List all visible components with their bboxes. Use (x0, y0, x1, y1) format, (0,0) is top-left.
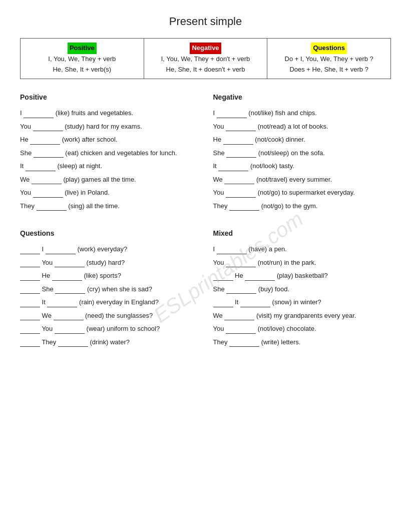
summary-positive: Positive I, You, We, They + verb He, She… (21, 39, 144, 79)
positive-section-title: Positive (20, 93, 198, 101)
positive-line2: He, She, It + verb(s) (27, 65, 138, 75)
summary-questions: Questions Do + I, You, We, They + verb ?… (267, 39, 390, 79)
blank[interactable] (217, 254, 247, 254)
blank[interactable] (240, 307, 270, 307)
summary-table: Positive I, You, We, They + verb He, She… (20, 38, 391, 79)
list-item: He (not/cook) dinner. (213, 135, 391, 145)
negative-line1: I, You, We, They + don't + verb (150, 54, 261, 65)
summary-negative: Negative I, You, We, They + don't + verb… (144, 39, 268, 79)
list-item: I (work) everyday? (20, 244, 198, 254)
blank[interactable] (223, 144, 253, 145)
list-item: She (buy) food. (213, 284, 391, 294)
list-item: We (need) the sunglasses? (20, 311, 198, 321)
blank[interactable] (37, 210, 67, 211)
list-item: We (not/travel) every summer. (213, 175, 391, 185)
blank[interactable] (226, 293, 256, 294)
blank[interactable] (229, 210, 259, 211)
blank[interactable] (30, 144, 60, 145)
blank[interactable] (20, 307, 40, 307)
blank[interactable] (229, 346, 259, 347)
list-item: You (not/read) a lot of books. (213, 122, 391, 132)
questions-label: Questions (311, 43, 347, 54)
blank[interactable] (224, 320, 254, 320)
blank[interactable] (47, 307, 77, 307)
negative-section: Negative I (not/like) fish and chips. Yo… (213, 93, 391, 214)
mixed-section: Mixed I (have) a pen. You (not/run) in t… (213, 229, 391, 350)
blank[interactable] (33, 197, 63, 198)
blank[interactable] (218, 171, 248, 171)
questions-line1: Do + I, You, We, They + verb ? (273, 54, 384, 65)
list-item: You (not/go) to supermarket everyday. (213, 188, 391, 198)
blank[interactable] (58, 346, 88, 347)
blank[interactable] (217, 118, 247, 118)
blank[interactable] (245, 280, 275, 281)
blank[interactable] (52, 280, 82, 281)
page-title: Present simple (20, 15, 391, 28)
positive-section: Positive I (like) fruits and vegetables.… (20, 93, 198, 214)
bottom-sections: Questions I (work) everyday? You (study)… (20, 229, 391, 350)
blank[interactable] (20, 293, 40, 294)
list-item: She (eat) chicken and vegetables for lun… (20, 148, 198, 158)
list-item: You (live) in Poland. (20, 188, 198, 198)
list-item: We (visit) my grandparents every year. (213, 311, 391, 321)
blank[interactable] (32, 184, 62, 184)
list-item: He (play) basketball? (213, 271, 391, 281)
list-item: They (not/go) to the gym. (213, 201, 391, 211)
list-item: They (drink) water? (20, 337, 198, 347)
blank[interactable] (24, 118, 54, 118)
negative-section-title: Negative (213, 93, 391, 101)
blank[interactable] (20, 267, 40, 267)
blank[interactable] (20, 320, 40, 320)
list-item: You (study) hard for my exams. (20, 122, 198, 132)
list-item: It (snow) in winter? (213, 297, 391, 307)
negative-line2: He, She, It + doesn't + verb (150, 65, 261, 75)
list-item: It (rain) everyday in England? (20, 297, 198, 307)
blank[interactable] (46, 254, 76, 254)
list-item: I (have) a pen. (213, 244, 391, 254)
list-item: You (not/love) chocolate. (213, 324, 391, 334)
questions-section: Questions I (work) everyday? You (study)… (20, 229, 198, 350)
blank[interactable] (55, 333, 85, 334)
blank[interactable] (20, 280, 40, 281)
blank[interactable] (54, 320, 84, 320)
mixed-section-title: Mixed (213, 229, 391, 237)
blank[interactable] (26, 171, 56, 171)
blank[interactable] (20, 346, 40, 347)
positive-line1: I, You, We, They + verb (27, 54, 138, 65)
questions-line2: Does + He, She, It + verb ? (273, 65, 384, 75)
list-item: It (not/look) tasty. (213, 161, 391, 171)
blank[interactable] (226, 267, 256, 267)
list-item: We (play) games all the time. (20, 175, 198, 185)
negative-label: Negative (190, 43, 221, 54)
list-item: You (not/run) in the park. (213, 258, 391, 268)
list-item: He (like) sports? (20, 271, 198, 281)
blank[interactable] (226, 197, 256, 198)
top-sections: Positive I (like) fruits and vegetables.… (20, 93, 391, 214)
list-item: They (sing) all the time. (20, 201, 198, 211)
blank[interactable] (20, 333, 40, 334)
blank[interactable] (34, 157, 64, 158)
questions-section-title: Questions (20, 229, 198, 237)
list-item: It (sleep) at night. (20, 161, 198, 171)
blank[interactable] (55, 293, 85, 294)
blank[interactable] (226, 333, 256, 334)
list-item: I (not/like) fish and chips. (213, 108, 391, 118)
list-item: I (like) fruits and vegetables. (20, 108, 198, 118)
list-item: You (wear) uniform to school? (20, 324, 198, 334)
list-item: She (cry) when she is sad? (20, 284, 198, 294)
blank[interactable] (226, 131, 256, 131)
blank[interactable] (224, 184, 254, 184)
blank[interactable] (33, 131, 63, 131)
list-item: She (not/sleep) on the sofa. (213, 148, 391, 158)
blank[interactable] (213, 280, 233, 281)
blank[interactable] (20, 254, 40, 254)
blank[interactable] (213, 307, 233, 307)
list-item: You (study) hard? (20, 258, 198, 268)
blank[interactable] (55, 267, 85, 267)
blank[interactable] (226, 157, 256, 158)
list-item: They (write) letters. (213, 337, 391, 347)
list-item: He (work) after school. (20, 135, 198, 145)
positive-label: Positive (68, 43, 97, 54)
